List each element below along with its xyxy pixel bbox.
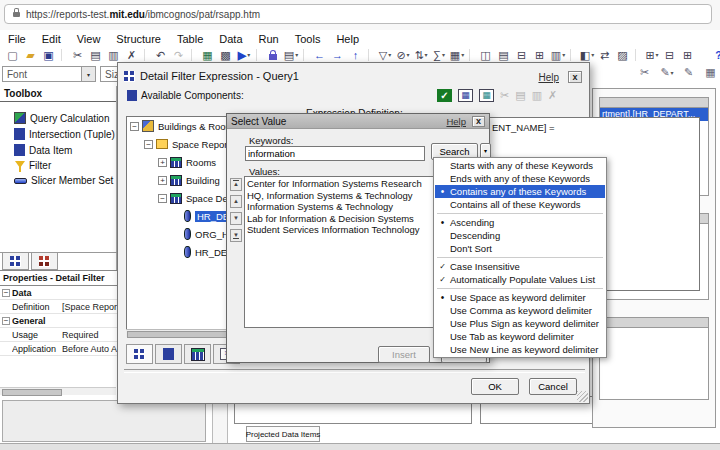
menu-option[interactable]: Case Insensitive: [435, 260, 605, 273]
property-row[interactable]: Usage Required: [0, 328, 117, 342]
pick-up-style-icon[interactable]: ✂: [637, 65, 653, 79]
headers-icon[interactable]: ◫: [478, 48, 494, 62]
table-icon[interactable]: ⊞▾: [644, 48, 660, 62]
menu-option[interactable]: Use Plus Sign as keyword delimiter: [435, 317, 605, 330]
copy-icon[interactable]: ▤: [515, 89, 525, 102]
property-row[interactable]: General: [0, 314, 117, 328]
menu-item[interactable]: Edit: [34, 33, 69, 45]
undo-icon[interactable]: ↶: [153, 48, 169, 62]
menu-item[interactable]: File: [0, 33, 34, 45]
menu-item[interactable]: View: [69, 33, 109, 45]
menu-item[interactable]: Data: [211, 33, 250, 45]
paste-special-icon[interactable]: ▤▾: [283, 48, 299, 62]
toolbox-item[interactable]: Intersection (Tuple): [0, 126, 116, 142]
conditional-styles-icon[interactable]: ▦: [703, 65, 719, 79]
scroll-first-icon[interactable]: ▲: [230, 178, 242, 191]
data-items-tab-icon[interactable]: [155, 344, 182, 364]
copy-format-icon[interactable]: ▨: [615, 48, 631, 62]
tab-source[interactable]: [2, 253, 29, 270]
help-link[interactable]: Help: [538, 72, 559, 83]
font-select[interactable]: Font ▾: [2, 66, 96, 82]
keywords-input[interactable]: [245, 146, 425, 161]
list-icon[interactable]: ▤: [496, 48, 512, 62]
scroll-up-icon[interactable]: ▲: [230, 195, 242, 208]
expander-icon[interactable]: [144, 140, 153, 149]
menu-option[interactable]: Contains all of these Keywords: [435, 198, 605, 211]
copy-icon[interactable]: ▤: [88, 48, 104, 62]
expander-icon[interactable]: [158, 158, 167, 167]
open-folder-icon[interactable]: ▰: [23, 48, 39, 62]
resize-grip[interactable]: [577, 391, 588, 402]
new-document-icon[interactable]: ▢: [5, 48, 21, 62]
tab-toolbox[interactable]: [31, 253, 58, 270]
menu-option[interactable]: Use Comma as keyword delimiter: [435, 304, 605, 317]
properties-scrollbar[interactable]: [0, 387, 116, 395]
menu-item[interactable]: Help: [328, 33, 367, 45]
unmerge-icon[interactable]: ⊟: [514, 48, 530, 62]
expander-icon[interactable]: [158, 194, 167, 203]
model-tab-icon[interactable]: [126, 344, 153, 364]
menu-item[interactable]: Tools: [287, 33, 329, 45]
menu-item[interactable]: Structure: [108, 33, 169, 45]
xml-icon[interactable]: ▩: [218, 48, 234, 62]
columns-icon[interactable]: ◧▾: [579, 48, 595, 62]
paste-icon[interactable]: ▥: [532, 89, 542, 102]
help-link[interactable]: Help: [446, 116, 466, 127]
cancel-button[interactable]: Cancel: [529, 378, 577, 395]
help-icon[interactable]: ?: [711, 48, 720, 62]
back-icon[interactable]: ←: [312, 48, 328, 62]
chevron-down-icon[interactable]: ▾: [81, 67, 95, 81]
sort-icon[interactable]: ⇅▾: [413, 48, 429, 62]
up-icon[interactable]: ↑: [348, 48, 364, 62]
menu-option[interactable]: Automatically Populate Values List: [435, 273, 605, 286]
filter-icon[interactable]: ▽▾: [377, 48, 393, 62]
menu-option[interactable]: Descending: [435, 229, 605, 242]
tab-projected-data-items[interactable]: Projected Data Items: [246, 426, 320, 442]
crosstab-icon[interactable]: ▦▾: [449, 48, 465, 62]
property-row[interactable]: Definition [Space Report: [0, 300, 117, 314]
apply-style-icon[interactable]: ✎: [681, 65, 697, 79]
menu-item[interactable]: Run: [251, 33, 287, 45]
toolbox-item[interactable]: Filter: [0, 158, 116, 173]
scrollbar-thumb[interactable]: [2, 389, 62, 396]
toolbox-item[interactable]: Data Item: [0, 142, 116, 158]
property-row[interactable]: Application Before Auto A: [0, 342, 117, 356]
menu-option[interactable]: Ends with any of these Keywords: [435, 172, 605, 185]
menu-option[interactable]: Starts with any of these Keywords: [435, 159, 605, 172]
select-value-titlebar[interactable]: Select Value Help x: [227, 114, 489, 129]
menu-option[interactable]: Ascending: [435, 216, 605, 229]
merge-icon[interactable]: ⊞: [532, 48, 548, 62]
pane-divider[interactable]: [212, 398, 228, 443]
delete-icon[interactable]: ✗: [124, 48, 140, 62]
group-icon[interactable]: ⊟: [662, 48, 678, 62]
suppress-icon[interactable]: ⊘▾: [395, 48, 411, 62]
style-picker-icon[interactable]: ✎▾: [659, 65, 675, 79]
expander-icon[interactable]: [158, 176, 167, 185]
cut-icon[interactable]: ✂: [500, 89, 509, 102]
toolbox-item[interactable]: Query Calculation: [0, 110, 116, 126]
excel-icon[interactable]: ▦: [200, 48, 216, 62]
menu-option[interactable]: Don't Sort: [435, 242, 605, 255]
forward-icon[interactable]: →: [330, 48, 346, 62]
cut-icon[interactable]: ✂: [70, 48, 86, 62]
expander-icon[interactable]: [2, 317, 10, 325]
summarize-icon[interactable]: ∑▾: [431, 48, 447, 62]
ok-button[interactable]: OK: [471, 378, 519, 395]
lock-icon[interactable]: [265, 48, 281, 62]
menu-option[interactable]: Use Tab as keyword delimiter: [435, 330, 605, 343]
scroll-last-icon[interactable]: ▼: [230, 229, 242, 242]
insert-button[interactable]: Insert: [378, 346, 430, 363]
menu-item[interactable]: Table: [169, 33, 211, 45]
close-icon[interactable]: x: [472, 116, 485, 127]
paste-icon[interactable]: ▥: [106, 48, 122, 62]
expander-icon[interactable]: [130, 122, 139, 131]
layout-grid-icon[interactable]: ▦: [458, 89, 473, 102]
swap-icon[interactable]: ⇄: [597, 48, 613, 62]
layout-grid-alt-icon[interactable]: ▦: [479, 89, 494, 102]
delete-icon[interactable]: ✗: [548, 89, 557, 102]
property-row[interactable]: Data: [0, 286, 117, 300]
redo-icon[interactable]: ↷: [171, 48, 187, 62]
toolbox-item[interactable]: Slicer Member Set: [0, 173, 116, 188]
validate-icon[interactable]: ✓: [437, 89, 452, 102]
menu-option[interactable]: Contains any of these Keywords: [435, 185, 605, 198]
